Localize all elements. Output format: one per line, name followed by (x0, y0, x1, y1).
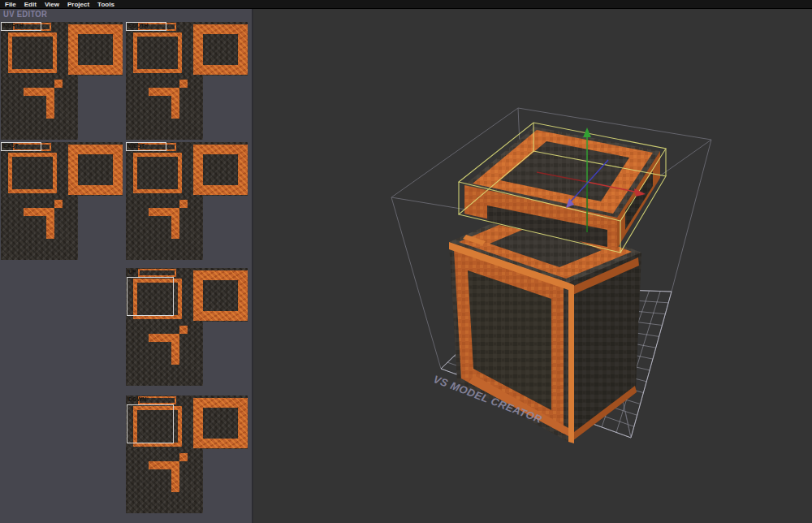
menu-file[interactable]: File (2, 0, 19, 9)
uv-face-group-south[interactable]: SOUTH (126, 22, 248, 140)
uv-frame-thick (68, 145, 123, 195)
uv-l-shape (179, 80, 188, 88)
uv-frame-thick (193, 145, 248, 195)
uv-l-shape (171, 334, 179, 365)
uv-editor-panel: UV EDITOR NORTH SOUTH EAST (0, 9, 253, 523)
uv-selection-box[interactable] (127, 277, 174, 316)
uv-frame-thick (68, 24, 123, 75)
uv-editor-title: UV EDITOR (3, 10, 47, 19)
menu-tools[interactable]: Tools (94, 0, 118, 9)
uv-l-shape (171, 208, 179, 239)
uv-frame-thin (8, 32, 57, 73)
uv-texture-tile (1, 196, 78, 260)
uv-texture-tile (126, 322, 203, 386)
uv-face-group-down[interactable]: DOWN (126, 395, 248, 513)
uv-l-shape (46, 88, 54, 119)
uv-frame-thick (193, 398, 248, 448)
uv-face-group-east[interactable]: EAST (1, 142, 123, 260)
uv-l-shape (54, 200, 63, 208)
menu-view[interactable]: View (41, 0, 63, 9)
menu-project[interactable]: Project (64, 0, 93, 9)
uv-texture-tile (126, 449, 203, 513)
uv-frame-thick (193, 24, 248, 75)
viewport-3d[interactable]: VS MODEL CREATOR (253, 9, 812, 523)
uv-face-group-west[interactable]: WEST (126, 142, 248, 260)
uv-face-label: NORTH (3, 23, 24, 28)
uv-l-shape (46, 208, 54, 239)
uv-frame-thin (133, 153, 182, 193)
uv-face-label: EAST (3, 143, 19, 149)
uv-face-label: UP (128, 269, 136, 274)
scene-canvas[interactable] (253, 9, 812, 523)
uv-rim-strip (138, 269, 176, 277)
uv-face-label: SOUTH (128, 23, 149, 28)
uv-l-shape (179, 326, 188, 334)
uv-face-group-north[interactable]: NORTH (1, 22, 123, 140)
uv-texture-tile (1, 76, 78, 140)
uv-face-label: WEST (128, 143, 145, 149)
menu-bar: File Edit View Project Tools (0, 0, 812, 9)
uv-frame-thin (8, 153, 57, 193)
uv-l-shape (171, 88, 179, 119)
uv-frame-thin (133, 32, 182, 73)
uv-selection-box[interactable] (127, 404, 174, 443)
uv-frame-thick (193, 270, 248, 321)
wireframe-front-edge (625, 411, 631, 438)
uv-l-shape (171, 461, 179, 492)
uv-l-shape (179, 200, 188, 208)
uv-texture-tile (126, 196, 203, 260)
uv-l-shape (179, 453, 188, 461)
uv-texture-tile (126, 76, 203, 140)
uv-face-group-up[interactable]: UP (126, 268, 248, 386)
uv-l-shape (54, 80, 63, 88)
uv-face-label: DOWN (128, 396, 146, 402)
menu-edit[interactable]: Edit (21, 0, 40, 9)
